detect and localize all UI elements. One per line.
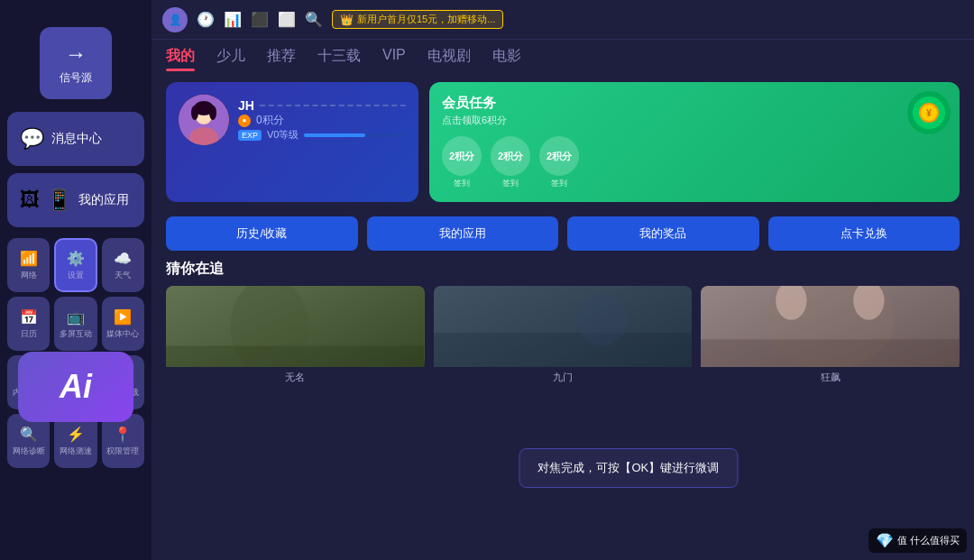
guess-section: 猜你在追 无名 xyxy=(152,251,974,384)
multiscreen-icon: 📺 xyxy=(67,308,85,326)
exchange-button[interactable]: 点卡兑换 xyxy=(768,216,960,251)
tile-permissions[interactable]: 📍 权限管理 xyxy=(102,414,144,468)
my-apps-tile[interactable]: 🖼 📱 我的应用 xyxy=(7,173,144,227)
netspeed-icon: ⚡ xyxy=(67,426,85,443)
input-icon[interactable]: ⬛ xyxy=(251,11,269,28)
tab-recommend[interactable]: 推荐 xyxy=(267,47,296,71)
tile-media[interactable]: ▶️ 媒体中心 xyxy=(102,297,144,351)
level-bar-fill xyxy=(304,133,365,137)
username: JH xyxy=(238,98,254,113)
permissions-icon: 📍 xyxy=(114,426,132,443)
level-row: EXP V0等级 xyxy=(238,128,406,142)
guess-title: 猜你在追 xyxy=(166,260,960,279)
my-apps-icon2: 📱 xyxy=(47,188,71,212)
thumb-wuming[interactable]: 无名 xyxy=(166,286,425,384)
screen-icon[interactable]: ⬜ xyxy=(278,11,296,28)
media-label: 媒体中心 xyxy=(106,328,139,340)
user-avatar-button[interactable]: 👤 xyxy=(162,7,188,32)
coin-decoration: ¥ xyxy=(907,91,951,134)
thumb-label-wuming: 无名 xyxy=(166,371,425,384)
circle-bg-3: 2积分 xyxy=(539,136,579,176)
pts-action-2: 签到 xyxy=(502,178,519,189)
tab-movie[interactable]: 电影 xyxy=(492,47,521,71)
tab-vip[interactable]: VIP xyxy=(382,47,406,71)
member-task-card[interactable]: ¥ 会员任务 点击领取6积分 2积分 签到 2积分 签到 xyxy=(429,82,960,202)
my-apps-icon: 🖼 xyxy=(20,188,40,212)
action-row: 历史/收藏 我的应用 我的奖品 点卡兑换 xyxy=(152,216,974,251)
points-circle-3[interactable]: 2积分 签到 xyxy=(539,136,579,189)
tile-weather[interactable]: ☁️ 天气 xyxy=(102,238,144,292)
member-task-subtitle: 点击领取6积分 xyxy=(442,114,947,127)
settings-icon: ⚙️ xyxy=(67,250,85,267)
profile-section: JH ● 0积分 EXP V0等级 xyxy=(152,71,974,213)
signal-source-button[interactable]: → 信号源 xyxy=(40,27,112,99)
pts-val-3: 2积分 xyxy=(547,150,572,163)
thumb-img-jiumen xyxy=(434,286,693,367)
coin-inner: ¥ xyxy=(913,96,945,129)
exp-badge: EXP xyxy=(238,130,262,141)
tile-netdiag[interactable]: 🔍 网络诊断 xyxy=(7,414,50,468)
watermark-text: 值 什么值得买 xyxy=(897,534,960,547)
svg-text:¥: ¥ xyxy=(926,108,932,118)
message-center-label: 消息中心 xyxy=(51,131,102,147)
points-circle-2[interactable]: 2积分 签到 xyxy=(491,136,530,189)
thumb-label-kuangfeng: 狂飙 xyxy=(701,371,960,384)
media-icon: ▶️ xyxy=(114,308,132,326)
netdiag-icon: 🔍 xyxy=(20,426,38,443)
tile-netspeed[interactable]: ⚡ 网络测速 xyxy=(54,414,96,468)
thumb-img-kuangfeng xyxy=(701,286,960,367)
my-apps-button[interactable]: 我的应用 xyxy=(367,216,559,251)
user-card[interactable]: JH ● 0积分 EXP V0等级 xyxy=(166,82,418,202)
thumb-kuangfeng[interactable]: 狂飙 xyxy=(701,286,960,384)
weather-label: 天气 xyxy=(115,270,131,281)
level-label: V0等级 xyxy=(267,128,299,142)
signal-icon: → xyxy=(65,41,87,67)
prizes-button[interactable]: 我的奖品 xyxy=(567,216,759,251)
promo-text: 新用户首月仅15元，加赠移动... xyxy=(357,13,495,26)
user-info-row: JH ● 0积分 EXP V0等级 xyxy=(179,95,406,145)
focus-toast-text: 对焦完成，可按【OK】键进行微调 xyxy=(538,461,719,474)
svg-point-6 xyxy=(209,106,216,120)
settings-label: 设置 xyxy=(68,270,84,281)
pts-val-2: 2积分 xyxy=(498,150,523,163)
tile-multiscreen[interactable]: 📺 多屏互动 xyxy=(54,297,96,351)
tile-network[interactable]: 📶 网络 xyxy=(7,238,50,292)
pts-action-1: 签到 xyxy=(454,178,470,189)
svg-rect-17 xyxy=(701,339,960,367)
circle-bg-2: 2积分 xyxy=(491,136,530,176)
member-task-title: 会员任务 xyxy=(442,95,947,112)
tab-my[interactable]: 我的 xyxy=(166,47,195,71)
points-circle-1[interactable]: 2积分 签到 xyxy=(442,136,482,189)
promo-banner[interactable]: 👑 新用户首月仅15元，加赠移动... xyxy=(332,10,503,29)
weather-icon: ☁️ xyxy=(114,250,132,267)
thumb-jiumen[interactable]: 九门 xyxy=(434,286,693,384)
points-circles: 2积分 签到 2积分 签到 2积分 签到 xyxy=(442,136,947,189)
tab-kids[interactable]: 少儿 xyxy=(216,47,245,71)
message-center-tile[interactable]: 💬 消息中心 xyxy=(7,112,144,166)
svg-rect-11 xyxy=(166,346,425,367)
focus-toast: 对焦完成，可按【OK】键进行微调 xyxy=(519,448,738,488)
signal-bars-icon[interactable]: 📊 xyxy=(224,11,242,28)
netdiag-label: 网络诊断 xyxy=(13,445,45,457)
thumbnails-row: 无名 九门 xyxy=(166,286,960,384)
search-icon[interactable]: 🔍 xyxy=(305,11,323,28)
my-apps-label: 我的应用 xyxy=(78,192,129,208)
crown-icon: 👑 xyxy=(340,14,354,26)
main-area: 👤 🕐 📊 ⬛ ⬜ 🔍 👑 新用户首月仅15元，加赠移动... 我的 少儿 推荐… xyxy=(152,0,974,560)
svg-point-14 xyxy=(575,294,627,345)
pts-val-1: 2积分 xyxy=(449,150,474,163)
clock-icon[interactable]: 🕐 xyxy=(197,11,215,28)
circle-bg-1: 2积分 xyxy=(442,136,482,176)
calendar-icon: 📅 xyxy=(20,308,38,326)
nav-tabs: 我的 少儿 推荐 十三载 VIP 电视剧 电影 xyxy=(152,40,974,71)
tab-thirteen[interactable]: 十三载 xyxy=(317,47,361,71)
permissions-label: 权限管理 xyxy=(106,445,139,457)
tile-calendar[interactable]: 📅 日历 xyxy=(7,297,50,351)
tile-settings[interactable]: ⚙️ 设置 xyxy=(54,238,96,292)
tab-tv[interactable]: 电视剧 xyxy=(427,47,471,71)
signal-source-label: 信号源 xyxy=(60,70,92,86)
ai-button[interactable]: Ai xyxy=(18,352,133,422)
user-avatar xyxy=(179,95,229,145)
history-button[interactable]: 历史/收藏 xyxy=(166,216,358,251)
ai-label: Ai xyxy=(60,368,92,406)
